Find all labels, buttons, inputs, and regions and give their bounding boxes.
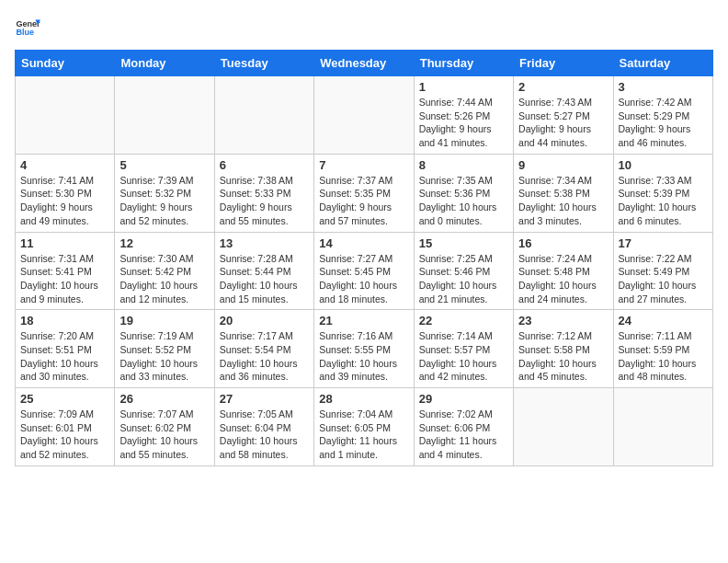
weekday-header-monday: Monday xyxy=(115,51,214,76)
weekday-header-tuesday: Tuesday xyxy=(214,51,313,76)
day-number: 8 xyxy=(419,158,508,172)
calendar-cell xyxy=(16,76,115,155)
day-info: Sunrise: 7:38 AM Sunset: 5:33 PM Dayligh… xyxy=(220,174,309,228)
day-info: Sunrise: 7:39 AM Sunset: 5:32 PM Dayligh… xyxy=(119,174,209,228)
weekday-header-thursday: Thursday xyxy=(414,51,513,76)
calendar-cell: 9Sunrise: 7:34 AM Sunset: 5:38 PM Daylig… xyxy=(514,154,613,232)
day-number: 24 xyxy=(619,314,708,327)
calendar-week-row: 1Sunrise: 7:44 AM Sunset: 5:26 PM Daylig… xyxy=(16,76,713,155)
logo: General Blue xyxy=(15,15,44,40)
day-number: 19 xyxy=(119,314,209,327)
calendar-cell: 19Sunrise: 7:19 AM Sunset: 5:52 PM Dayli… xyxy=(115,310,214,388)
calendar-cell: 24Sunrise: 7:11 AM Sunset: 5:59 PM Dayli… xyxy=(613,310,712,388)
svg-text:Blue: Blue xyxy=(16,28,34,37)
day-number: 5 xyxy=(119,158,209,172)
day-number: 18 xyxy=(20,314,109,327)
day-info: Sunrise: 7:14 AM Sunset: 5:57 PM Dayligh… xyxy=(419,329,508,384)
day-info: Sunrise: 7:20 AM Sunset: 5:51 PM Dayligh… xyxy=(20,329,109,384)
day-number: 20 xyxy=(220,314,309,327)
day-info: Sunrise: 7:25 AM Sunset: 5:46 PM Dayligh… xyxy=(419,252,508,306)
calendar-cell: 11Sunrise: 7:31 AM Sunset: 5:41 PM Dayli… xyxy=(16,232,115,310)
day-number: 25 xyxy=(20,392,109,406)
day-info: Sunrise: 7:35 AM Sunset: 5:36 PM Dayligh… xyxy=(419,174,508,228)
calendar-cell xyxy=(314,76,414,155)
day-number: 6 xyxy=(220,158,309,172)
day-number: 12 xyxy=(119,236,209,250)
day-number: 29 xyxy=(419,392,508,406)
calendar-cell: 1Sunrise: 7:44 AM Sunset: 5:26 PM Daylig… xyxy=(414,76,513,155)
calendar-week-row: 18Sunrise: 7:20 AM Sunset: 5:51 PM Dayli… xyxy=(16,310,713,388)
calendar-cell: 2Sunrise: 7:43 AM Sunset: 5:27 PM Daylig… xyxy=(514,76,613,155)
calendar-cell: 3Sunrise: 7:42 AM Sunset: 5:29 PM Daylig… xyxy=(613,76,712,155)
calendar-cell: 4Sunrise: 7:41 AM Sunset: 5:30 PM Daylig… xyxy=(16,154,115,232)
calendar-cell: 27Sunrise: 7:05 AM Sunset: 6:04 PM Dayli… xyxy=(214,388,313,466)
day-info: Sunrise: 7:44 AM Sunset: 5:26 PM Dayligh… xyxy=(419,96,508,150)
calendar-cell: 29Sunrise: 7:02 AM Sunset: 6:06 PM Dayli… xyxy=(414,388,513,466)
day-number: 14 xyxy=(319,236,408,250)
logo-icon: General Blue xyxy=(15,15,40,40)
day-number: 23 xyxy=(518,314,608,327)
calendar-cell: 28Sunrise: 7:04 AM Sunset: 6:05 PM Dayli… xyxy=(314,388,414,466)
calendar-week-row: 4Sunrise: 7:41 AM Sunset: 5:30 PM Daylig… xyxy=(16,154,713,232)
day-info: Sunrise: 7:07 AM Sunset: 6:02 PM Dayligh… xyxy=(119,408,209,462)
day-info: Sunrise: 7:31 AM Sunset: 5:41 PM Dayligh… xyxy=(20,252,109,306)
day-number: 13 xyxy=(220,236,309,250)
calendar-cell: 25Sunrise: 7:09 AM Sunset: 6:01 PM Dayli… xyxy=(16,388,115,466)
day-number: 27 xyxy=(220,392,309,406)
weekday-header-wednesday: Wednesday xyxy=(314,51,414,76)
calendar-cell: 8Sunrise: 7:35 AM Sunset: 5:36 PM Daylig… xyxy=(414,154,513,232)
day-number: 15 xyxy=(419,236,508,250)
calendar-cell: 26Sunrise: 7:07 AM Sunset: 6:02 PM Dayli… xyxy=(115,388,214,466)
calendar-cell: 15Sunrise: 7:25 AM Sunset: 5:46 PM Dayli… xyxy=(414,232,513,310)
day-info: Sunrise: 7:42 AM Sunset: 5:29 PM Dayligh… xyxy=(619,96,708,150)
day-info: Sunrise: 7:43 AM Sunset: 5:27 PM Dayligh… xyxy=(518,96,608,150)
day-number: 1 xyxy=(419,80,508,94)
day-info: Sunrise: 7:11 AM Sunset: 5:59 PM Dayligh… xyxy=(619,329,708,384)
day-info: Sunrise: 7:16 AM Sunset: 5:55 PM Dayligh… xyxy=(319,329,408,384)
day-info: Sunrise: 7:37 AM Sunset: 5:35 PM Dayligh… xyxy=(319,174,408,228)
day-number: 11 xyxy=(20,236,109,250)
day-info: Sunrise: 7:22 AM Sunset: 5:49 PM Dayligh… xyxy=(619,252,708,306)
weekday-header-row: SundayMondayTuesdayWednesdayThursdayFrid… xyxy=(16,51,713,76)
calendar-table: SundayMondayTuesdayWednesdayThursdayFrid… xyxy=(15,50,713,466)
calendar-cell: 5Sunrise: 7:39 AM Sunset: 5:32 PM Daylig… xyxy=(115,154,214,232)
calendar-week-row: 11Sunrise: 7:31 AM Sunset: 5:41 PM Dayli… xyxy=(16,232,713,310)
calendar-cell: 12Sunrise: 7:30 AM Sunset: 5:42 PM Dayli… xyxy=(115,232,214,310)
day-number: 17 xyxy=(619,236,708,250)
day-info: Sunrise: 7:19 AM Sunset: 5:52 PM Dayligh… xyxy=(119,329,209,384)
day-number: 10 xyxy=(619,158,708,172)
calendar-cell: 21Sunrise: 7:16 AM Sunset: 5:55 PM Dayli… xyxy=(314,310,414,388)
day-info: Sunrise: 7:30 AM Sunset: 5:42 PM Dayligh… xyxy=(119,252,209,306)
day-info: Sunrise: 7:41 AM Sunset: 5:30 PM Dayligh… xyxy=(20,174,109,228)
day-info: Sunrise: 7:05 AM Sunset: 6:04 PM Dayligh… xyxy=(220,408,309,462)
calendar-cell: 10Sunrise: 7:33 AM Sunset: 5:39 PM Dayli… xyxy=(613,154,712,232)
calendar-cell xyxy=(514,388,613,466)
day-info: Sunrise: 7:27 AM Sunset: 5:45 PM Dayligh… xyxy=(319,252,408,306)
day-number: 7 xyxy=(319,158,408,172)
calendar-cell: 13Sunrise: 7:28 AM Sunset: 5:44 PM Dayli… xyxy=(214,232,313,310)
day-number: 28 xyxy=(319,392,408,406)
day-info: Sunrise: 7:02 AM Sunset: 6:06 PM Dayligh… xyxy=(419,408,508,462)
calendar-cell: 18Sunrise: 7:20 AM Sunset: 5:51 PM Dayli… xyxy=(16,310,115,388)
day-number: 3 xyxy=(619,80,708,94)
day-info: Sunrise: 7:04 AM Sunset: 6:05 PM Dayligh… xyxy=(319,408,408,462)
calendar-cell: 6Sunrise: 7:38 AM Sunset: 5:33 PM Daylig… xyxy=(214,154,313,232)
calendar-cell: 17Sunrise: 7:22 AM Sunset: 5:49 PM Dayli… xyxy=(613,232,712,310)
day-number: 26 xyxy=(119,392,209,406)
calendar-cell: 14Sunrise: 7:27 AM Sunset: 5:45 PM Dayli… xyxy=(314,232,414,310)
day-info: Sunrise: 7:34 AM Sunset: 5:38 PM Dayligh… xyxy=(518,174,608,228)
day-info: Sunrise: 7:17 AM Sunset: 5:54 PM Dayligh… xyxy=(220,329,309,384)
day-number: 22 xyxy=(419,314,508,327)
day-info: Sunrise: 7:24 AM Sunset: 5:48 PM Dayligh… xyxy=(518,252,608,306)
page-header: General Blue xyxy=(15,15,713,40)
calendar-cell xyxy=(214,76,313,155)
day-info: Sunrise: 7:09 AM Sunset: 6:01 PM Dayligh… xyxy=(20,408,109,462)
day-info: Sunrise: 7:28 AM Sunset: 5:44 PM Dayligh… xyxy=(220,252,309,306)
day-number: 4 xyxy=(20,158,109,172)
calendar-cell: 16Sunrise: 7:24 AM Sunset: 5:48 PM Dayli… xyxy=(514,232,613,310)
day-info: Sunrise: 7:33 AM Sunset: 5:39 PM Dayligh… xyxy=(619,174,708,228)
calendar-cell: 7Sunrise: 7:37 AM Sunset: 5:35 PM Daylig… xyxy=(314,154,414,232)
day-number: 21 xyxy=(319,314,408,327)
day-info: Sunrise: 7:12 AM Sunset: 5:58 PM Dayligh… xyxy=(518,329,608,384)
day-number: 2 xyxy=(518,80,608,94)
